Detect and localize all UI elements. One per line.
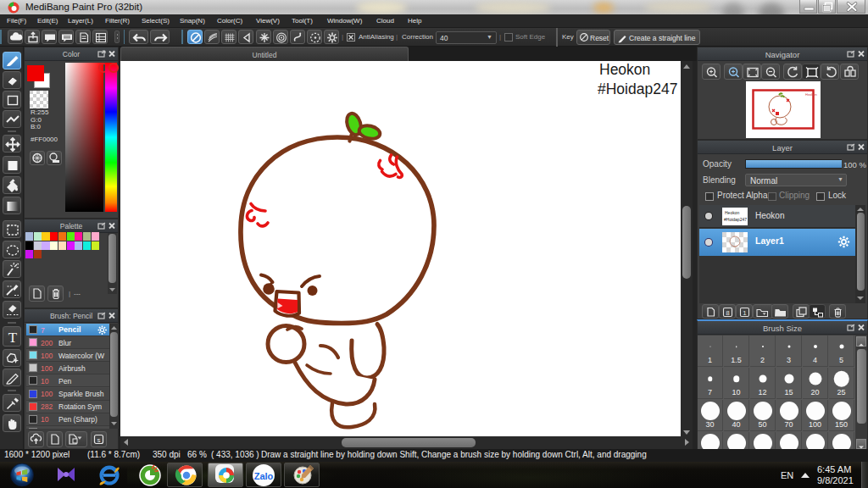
svg-text:Heokon: Heokon (725, 210, 739, 215)
svg-text:1: 1 (743, 309, 747, 317)
svg-text:#Hoidap247: #Hoidap247 (724, 217, 747, 222)
svg-text:Zalo: Zalo (254, 471, 274, 481)
svg-text:T: T (8, 330, 18, 346)
svg-text:8: 8 (726, 309, 730, 317)
svg-text:Heokon: Heokon (805, 92, 817, 97)
svg-text:s: s (97, 436, 101, 444)
